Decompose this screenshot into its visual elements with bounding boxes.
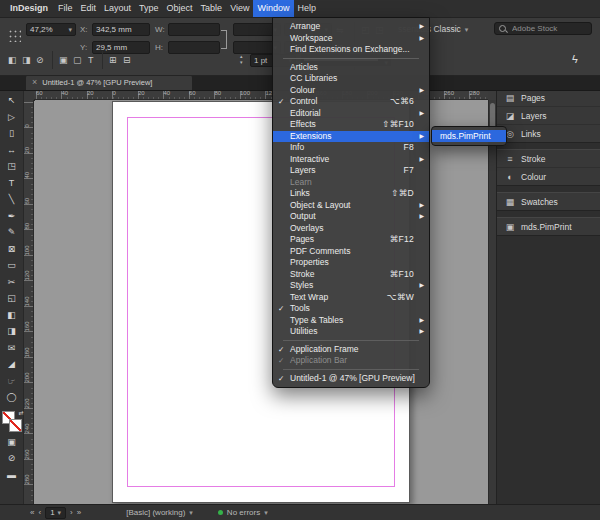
document-tab[interactable]: × Untitled-1 @ 47% [GPU Preview]	[26, 75, 192, 90]
swap-fill-stroke-icon[interactable]: ⇄	[18, 409, 23, 416]
rectangle-frame-tool[interactable]: ⊠	[0, 241, 24, 258]
window-menu-item-layers[interactable]: Layers F7	[273, 165, 429, 177]
window-menu-item-learn[interactable]: Learn	[273, 177, 429, 189]
colour-panel-button[interactable]: ◐ Colour	[497, 168, 600, 185]
stroke-swatch[interactable]	[9, 419, 22, 432]
close-icon[interactable]: ×	[32, 78, 37, 87]
layers-panel-button[interactable]: ◪ Layers	[497, 107, 600, 125]
screen-mode-button[interactable]: ▬	[0, 467, 24, 484]
fill-effects-icon[interactable]: ◧	[8, 55, 17, 65]
remove-pages-icon[interactable]: ⊟	[123, 55, 131, 65]
preflight-status[interactable]: No errors	[218, 508, 268, 517]
window-menu-item-stroke[interactable]: Stroke ⌘F10	[273, 269, 429, 281]
reference-point-grid[interactable]	[7, 28, 21, 42]
free-transform-tool[interactable]: ◱	[0, 290, 24, 307]
last-page-button[interactable]: »	[77, 508, 81, 517]
window-menu-item-overlays[interactable]: Overlays	[273, 223, 429, 235]
direct-selection-tool[interactable]: ▷	[0, 109, 24, 126]
vertical-ruler[interactable]: 020406080100120140160180200220240260280	[24, 100, 34, 505]
eyedropper-tool[interactable]: ◢	[0, 356, 24, 373]
type-tool[interactable]: T	[0, 175, 24, 192]
x-field[interactable]: 342,5 mm	[92, 23, 150, 36]
window-menu-item-colour[interactable]: Colour	[273, 85, 429, 97]
menubar-item-file[interactable]: File	[54, 0, 77, 17]
formatting-container-icon[interactable]: ▣	[59, 55, 68, 65]
next-page-button[interactable]: ›	[70, 508, 73, 517]
window-menu-item-properties[interactable]: Properties	[273, 257, 429, 269]
window-menu-item-editorial[interactable]: Editorial	[273, 108, 429, 120]
submenu-item-mds-pimprint[interactable]: mds.PimPrint	[432, 130, 506, 142]
formatting-affects-container-button[interactable]: ▣	[0, 434, 24, 451]
insert-pages-icon[interactable]: ⊞	[109, 55, 117, 65]
hand-tool[interactable]: ☞	[0, 373, 24, 390]
window-menu-item-arrange[interactable]: Arrange	[273, 21, 429, 33]
rectangle-tool[interactable]: ▭	[0, 257, 24, 274]
w-field[interactable]	[168, 23, 220, 36]
pages-panel-button[interactable]: ▤ Pages	[497, 89, 600, 107]
apply-none-button[interactable]: ⊘	[0, 450, 24, 467]
menubar-item-edit[interactable]: Edit	[77, 0, 101, 17]
app-menu[interactable]: InDesign	[0, 0, 54, 17]
pimprint-panel-button[interactable]: ▣ mds.PimPrint	[497, 218, 600, 235]
y-field[interactable]: 29,5 mm	[92, 41, 150, 54]
menubar-item-view[interactable]: View	[226, 0, 253, 17]
swatches-panel-button[interactable]: ▦ Swatches	[497, 193, 600, 210]
links-panel-button[interactable]: ◎ Links	[497, 125, 600, 142]
menubar-item-table[interactable]: Table	[197, 0, 227, 17]
formatting-frame-icon[interactable]: ▢	[73, 55, 82, 65]
scissors-tool[interactable]: ✂	[0, 274, 24, 291]
window-menu-item-styles[interactable]: Styles	[273, 280, 429, 292]
zoom-level-field[interactable]: 47,2%	[26, 23, 76, 36]
previous-page-button[interactable]: ‹	[38, 508, 41, 517]
gradient-swatch-tool[interactable]: ◧	[0, 307, 24, 324]
gpu-performance-icon[interactable]: ϟ	[572, 53, 578, 65]
window-menu-item-workspace[interactable]: Workspace	[273, 33, 429, 45]
stroke-weight-stepper[interactable]: ▴ ▾	[240, 53, 243, 65]
apply-none-icon[interactable]: ⊘	[36, 55, 44, 65]
gradient-feather-tool[interactable]: ◨	[0, 323, 24, 340]
menubar-item-type[interactable]: Type	[135, 0, 163, 17]
window-menu-item-interactive[interactable]: Interactive	[273, 154, 429, 166]
window-menu-item-info[interactable]: Info F8	[273, 142, 429, 154]
window-menu-item-articles[interactable]: Articles	[273, 62, 429, 74]
menubar-item-object[interactable]: Object	[163, 0, 197, 17]
constrain-proportions-icon[interactable]	[221, 30, 227, 49]
window-menu-item-cc-libraries[interactable]: CC Libraries	[273, 73, 429, 85]
pen-tool[interactable]: ✒	[0, 208, 24, 225]
window-menu-item-utilities[interactable]: Utilities	[273, 326, 429, 338]
window-menu-item-application-frame[interactable]: Application Frame	[273, 344, 429, 356]
line-tool[interactable]: ╲	[0, 191, 24, 208]
window-menu-item-application-bar[interactable]: Application Bar	[273, 355, 429, 367]
window-menu-item-pdf-comments[interactable]: PDF Comments	[273, 246, 429, 258]
window-menu-item-effects[interactable]: Effects ⇧⌘F10	[273, 119, 429, 131]
window-menu-item-output[interactable]: Output	[273, 211, 429, 223]
first-page-button[interactable]: «	[30, 508, 34, 517]
window-menu-item-text-wrap[interactable]: Text Wrap ⌥⌘W	[273, 292, 429, 304]
menubar-item-window[interactable]: Window	[253, 0, 293, 17]
preflight-menu[interactable]: [Basic] (working)	[126, 508, 193, 517]
menubar-item-layout[interactable]: Layout	[100, 0, 135, 17]
window-menu-item-object-layout[interactable]: Object & Layout	[273, 200, 429, 212]
selection-tool[interactable]: ↖	[0, 92, 24, 109]
window-menu-item-find-extensions[interactable]: Find Extensions on Exchange...	[273, 44, 429, 56]
formatting-text-icon[interactable]: T	[88, 55, 94, 65]
content-collector-tool[interactable]: ◳	[0, 158, 24, 175]
window-menu-item-tools[interactable]: Tools	[273, 303, 429, 315]
window-menu-item-untitled-document[interactable]: Untitled-1 @ 47% [GPU Preview]	[273, 373, 429, 385]
h-field[interactable]	[168, 41, 220, 54]
zoom-tool[interactable]: ◯	[0, 389, 24, 406]
page-tool[interactable]: ▯	[0, 125, 24, 142]
pencil-tool[interactable]: ✎	[0, 224, 24, 241]
window-menu-item-control[interactable]: Control ⌥⌘6	[273, 96, 429, 108]
window-menu-item-extensions[interactable]: Extensions	[273, 131, 429, 143]
window-menu-item-pages[interactable]: Pages ⌘F12	[273, 234, 429, 246]
page-number-field[interactable]: 1	[45, 507, 66, 519]
note-tool[interactable]: ✉	[0, 340, 24, 357]
stroke-panel-button[interactable]: ≡ Stroke	[497, 150, 600, 168]
stroke-effects-icon[interactable]: ◨	[22, 55, 31, 65]
search-input[interactable]	[510, 23, 587, 34]
window-menu-item-links[interactable]: Links ⇧⌘D	[273, 188, 429, 200]
menubar-item-help[interactable]: Help	[294, 0, 321, 17]
gap-tool[interactable]: ↔	[0, 142, 24, 159]
window-menu-item-type-tables[interactable]: Type & Tables	[273, 315, 429, 327]
